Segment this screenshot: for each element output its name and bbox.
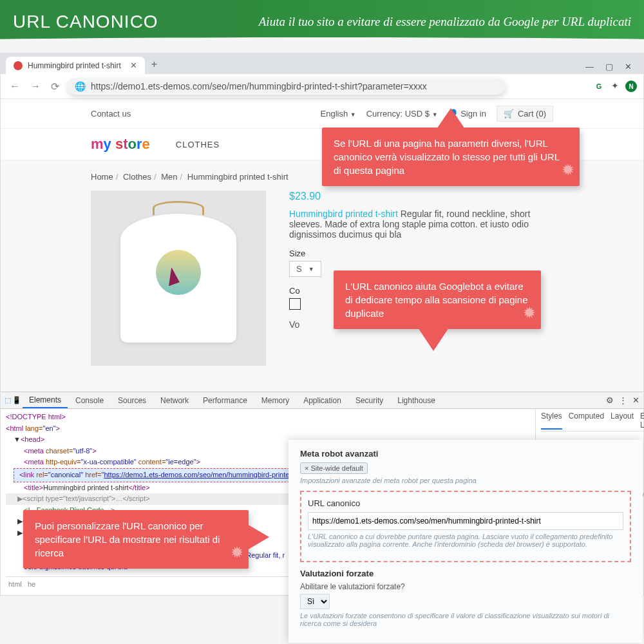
contact-link[interactable]: Contact us: [91, 109, 131, 118]
banner-title: URL CANONICO: [13, 12, 180, 32]
favicon: [14, 61, 23, 70]
product-title-link[interactable]: Hummingbird printed t-shirt: [289, 209, 398, 219]
dt-tab-network[interactable]: Network: [154, 393, 195, 408]
site-wide-default-chip[interactable]: × Site-wide default: [300, 462, 368, 474]
dt-tab-security[interactable]: Security: [349, 393, 390, 408]
callout-url-params: Se l'URL di una pagina ha parametri dive…: [322, 128, 580, 186]
nav-clothes[interactable]: CLOTHES: [176, 140, 220, 149]
canonical-url-input[interactable]: [308, 512, 623, 530]
shop-topbar: Contact us English ▼ Currency: USD $ ▼ 👤…: [1, 99, 643, 128]
cart-button[interactable]: 🛒 Cart (0): [497, 106, 553, 122]
ratings-title: Valutazioni forzate: [300, 569, 631, 578]
canonical-section: URL canonico L'URL canonico a cui dovreb…: [300, 491, 631, 562]
dt-tab-memory[interactable]: Memory: [255, 393, 296, 408]
canonical-hint: L'URL canonico a cui dovrebbe puntare qu…: [308, 533, 623, 548]
bc-home[interactable]: Home: [91, 172, 113, 182]
devtools-menu-icon[interactable]: ⋮: [619, 395, 627, 405]
layout-tab[interactable]: Layout: [611, 412, 634, 430]
extension-icons: G ✦ N: [593, 80, 637, 92]
bc-men[interactable]: Men: [161, 172, 177, 182]
color-swatch[interactable]: [289, 298, 301, 310]
dt-tab-application[interactable]: Application: [297, 393, 348, 408]
ratings-select[interactable]: Sì: [300, 594, 330, 609]
minimize-icon[interactable]: —: [585, 62, 594, 71]
tab-title: Hummingbird printed t-shirt: [28, 61, 121, 70]
product-image[interactable]: [91, 191, 266, 366]
language-switcher[interactable]: English ▼: [321, 109, 356, 118]
dt-tab-sources[interactable]: Sources: [111, 393, 153, 408]
window-controls: — ▢ ✕: [585, 62, 638, 74]
callout-customize: Puoi personalizzare l'URL canonico per s…: [23, 510, 249, 569]
new-tab-button[interactable]: +: [145, 55, 164, 74]
shop-logo[interactable]: my store: [91, 136, 150, 153]
forward-button[interactable]: →: [28, 79, 43, 93]
dt-tab-console[interactable]: Console: [69, 393, 110, 408]
dt-tab-elements[interactable]: Elements: [23, 393, 68, 408]
admin-seo-panel: Meta robot avanzati × Site-wide default …: [289, 440, 643, 643]
bc-clothes[interactable]: Clothes: [123, 172, 151, 182]
maximize-icon[interactable]: ▢: [605, 62, 613, 71]
size-label: Size: [289, 249, 553, 258]
promo-banner: URL CANONICO Aiuta il tuo sito a evitare…: [0, 0, 644, 44]
address-bar: ← → ⟳ 🌐 https://demo1.ets-demos.com/seo/…: [1, 74, 643, 99]
dt-tab-performance[interactable]: Performance: [196, 393, 254, 408]
reload-button[interactable]: ⟳: [48, 79, 62, 94]
extensions-icon[interactable]: ✦: [611, 80, 619, 92]
meta-robot-hint: Impostazioni avanzate dei meta robot per…: [300, 477, 631, 484]
browser-tab[interactable]: Hummingbird printed t-shirt ✕: [6, 57, 145, 74]
devtools-close-icon[interactable]: ✕: [632, 395, 639, 405]
canonical-label: URL canonico: [308, 498, 623, 508]
url-text: https://demo1.ets-demos.com/seo/men/humm…: [91, 81, 427, 91]
currency-label: Currency: USD $ ▼: [366, 109, 438, 118]
price: $23.90: [289, 191, 553, 202]
back-button[interactable]: ←: [7, 79, 23, 93]
product-area: Home/ Clothes/ Men/ Hummingbird printed …: [1, 160, 643, 392]
devtools-tabs: ⬚ 📱 Elements Console Sources Network Per…: [1, 392, 643, 409]
globe-icon: 🌐: [75, 81, 86, 91]
window-close-icon[interactable]: ✕: [625, 62, 632, 71]
computed-tab[interactable]: Computed: [569, 412, 604, 430]
inspect-icon[interactable]: ⬚: [5, 396, 11, 404]
url-field[interactable]: 🌐 https://demo1.ets-demos.com/seo/men/hu…: [67, 78, 505, 95]
ratings-hint: Le valutazioni forzate consentono di spe…: [300, 612, 631, 627]
events-tab[interactable]: Event Listeners: [640, 412, 644, 430]
bc-product: Hummingbird printed t-shirt: [187, 172, 289, 182]
banner-subtitle: Aiuta il tuo sito a evitare di essere pe…: [180, 15, 631, 29]
profile-icon[interactable]: N: [625, 80, 637, 92]
devtools-settings-icon[interactable]: ⚙: [606, 395, 614, 405]
close-tab-icon[interactable]: ✕: [130, 61, 137, 70]
browser-tab-bar: Hummingbird printed t-shirt ✕ + — ▢ ✕: [1, 53, 643, 74]
meta-robot-title: Meta robot avanzati: [300, 449, 631, 459]
callout-googlebot: L'URL canonico aiuta Googlebot a evitare…: [334, 270, 541, 329]
styles-tab[interactable]: Styles: [541, 412, 562, 430]
dt-tab-lighthouse[interactable]: Lighthouse: [391, 393, 442, 408]
size-select[interactable]: S▼: [289, 261, 321, 277]
device-icon[interactable]: 📱: [12, 396, 21, 404]
grammarly-icon[interactable]: G: [593, 80, 605, 92]
ratings-question: Abilitare le valutazioni forzate?: [300, 582, 631, 591]
